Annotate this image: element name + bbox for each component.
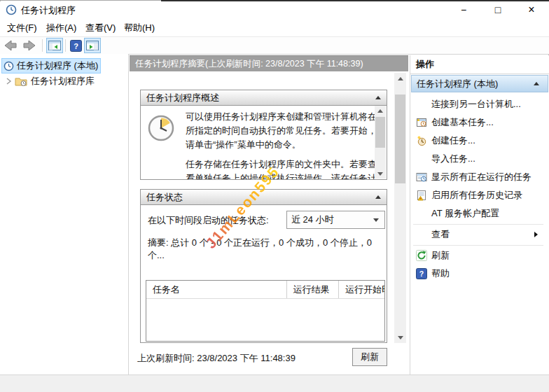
overview-paragraph-1: 可以使用任务计划程序来创建和管理计算机将在所指定的时间自动执行的常见任务。若要开… xyxy=(186,110,384,152)
action-item-help[interactable]: ? 帮助 xyxy=(413,265,548,283)
status-bar xyxy=(0,374,549,392)
column-header-run-result[interactable]: 运行结果 xyxy=(286,281,339,298)
menu-item-help[interactable]: 帮助(H) xyxy=(120,21,159,35)
expander-chevron-icon[interactable] xyxy=(4,76,13,86)
summary-header: 任务计划程序摘要(上次刷新时间: 23/8/2023 下午 11:48:39) xyxy=(130,55,408,71)
maximize-button[interactable]: □ xyxy=(486,3,510,17)
svg-text:?: ? xyxy=(74,41,78,50)
action-pane-icon xyxy=(86,40,99,51)
status-summary-line: 摘要: 总计 0 个 - 0 个正在运行，0 个成功，0 个停止，0 个... xyxy=(148,237,387,262)
period-value: 近 24 小时 xyxy=(291,214,334,225)
window-title: 任务计划程序 xyxy=(21,4,76,17)
refresh-button[interactable]: 刷新 xyxy=(352,348,387,366)
svg-text:?: ? xyxy=(419,270,424,278)
back-arrow-icon xyxy=(3,38,18,52)
overview-section-header[interactable]: 任务计划程序概述 xyxy=(140,90,387,106)
scroll-down-icon[interactable] xyxy=(394,332,406,343)
summary-panel: 任务计划程序摘要(上次刷新时间: 23/8/2023 下午 11:48:39) … xyxy=(130,55,408,374)
help-icon: ? xyxy=(413,268,431,279)
chevron-down-icon xyxy=(373,218,379,222)
last-refresh-text: 上次刷新时间: 23/8/2023 下午 11:48:39 xyxy=(137,352,296,365)
menu-item-action[interactable]: 操作(A) xyxy=(42,21,81,35)
menu-item-view[interactable]: 查看(V) xyxy=(81,21,120,35)
console-tree-icon xyxy=(48,40,61,51)
close-button[interactable]: × xyxy=(520,3,543,17)
basic-task-icon xyxy=(413,117,431,128)
forward-button[interactable] xyxy=(22,38,37,53)
actions-panel: 操作 任务计划程序 (本地) 连接到另一台计算机... 创建基本任务... xyxy=(410,55,549,374)
actions-panel-title: 操作 xyxy=(410,55,549,74)
action-item-refresh[interactable]: 刷新 xyxy=(413,246,548,265)
toolbar: ? xyxy=(0,37,549,55)
toolbar-separator xyxy=(65,39,66,52)
scroll-up-icon[interactable] xyxy=(394,73,406,84)
tree-item-label: 任务计划程序库 xyxy=(31,74,95,88)
overview-title: 任务计划程序概述 xyxy=(146,92,219,103)
overview-paragraph-2: 任务存储在任务计划程序库的文件夹中。若要查看单独任务上的操作或执行该操作，请在任… xyxy=(186,158,384,180)
running-tasks-icon xyxy=(413,172,431,183)
collapse-icon[interactable] xyxy=(375,195,381,199)
separator xyxy=(413,245,543,246)
no-icon xyxy=(413,153,431,164)
history-icon xyxy=(413,190,431,201)
task-status-section-header[interactable]: 任务状态 xyxy=(140,189,387,205)
action-item-create-task[interactable]: 创建任务... xyxy=(413,132,548,150)
column-header-run-start-time[interactable]: 运行开始时 xyxy=(338,281,384,298)
forward-arrow-icon xyxy=(22,38,37,52)
task-status-table: 任务名 运行结果 运行开始时 xyxy=(146,280,385,342)
separator xyxy=(413,224,543,225)
menu-bar: 文件(F) 操作(A) 查看(V) 帮助(H) xyxy=(0,18,549,37)
tree-item-task-scheduler-local[interactable]: 任务计划程序 (本地) xyxy=(1,58,101,74)
collapse-icon[interactable] xyxy=(375,96,381,99)
app-clock-icon xyxy=(6,4,17,15)
action-pane-toggle-button[interactable] xyxy=(84,38,101,53)
scrollbar-thumb[interactable] xyxy=(395,94,405,183)
no-icon xyxy=(413,229,431,240)
overview-scrollbar[interactable] xyxy=(375,106,386,178)
clock-icon xyxy=(4,61,14,71)
period-dropdown[interactable]: 近 24 小时 xyxy=(286,211,385,229)
tree-item-label: 任务计划程序 (本地) xyxy=(17,59,98,73)
console-tree-panel: 任务计划程序 (本地) 任务计划程序库 xyxy=(0,54,129,374)
create-task-icon xyxy=(413,135,431,146)
scroll-down-icon[interactable] xyxy=(375,169,386,178)
actions-group-header[interactable]: 任务计划程序 (本地) xyxy=(411,75,548,92)
toolbar-help-button[interactable]: ? xyxy=(68,38,83,53)
scrollbar-thumb[interactable] xyxy=(375,117,385,148)
refresh-icon xyxy=(413,250,431,261)
table-header-row: 任务名 运行结果 运行开始时 xyxy=(146,281,384,299)
task-status-title: 任务状态 xyxy=(146,192,183,202)
collapse-icon[interactable] xyxy=(534,82,539,85)
back-button[interactable] xyxy=(3,38,18,53)
task-library-folder-icon xyxy=(15,76,27,87)
action-item-import-task[interactable]: 导入任务... xyxy=(413,150,548,168)
overview-text: 可以使用任务计划程序来创建和管理计算机将在所指定的时间自动执行的常见任务。若要开… xyxy=(186,110,384,180)
minimize-button[interactable]: − xyxy=(452,3,475,17)
action-item-connect-computer[interactable]: 连接到另一台计算机... xyxy=(413,95,548,113)
period-label: 在以下时间段启动的任务状态: xyxy=(148,214,269,227)
summary-scrollbar[interactable] xyxy=(394,73,406,343)
no-icon xyxy=(413,99,431,110)
tree-item-task-scheduler-library[interactable]: 任务计划程序库 xyxy=(1,74,124,88)
console-tree-toggle-button[interactable] xyxy=(46,38,63,53)
task-status-section-body: 在以下时间段启动的任务状态: 近 24 小时 摘要: 总计 0 个 - 0 个正… xyxy=(140,205,387,343)
overview-section-body: 可以使用任务计划程序来创建和管理计算机将在所指定的时间自动执行的常见任务。若要开… xyxy=(140,106,387,180)
action-item-enable-task-history[interactable]: 启用所有任务历史记录 xyxy=(413,186,548,204)
submenu-arrow-icon xyxy=(534,232,538,237)
actions-group-title: 任务计划程序 (本地) xyxy=(417,78,498,89)
task-scheduler-window: 任务计划程序 − □ × 文件(F) 操作(A) 查看(V) 帮助(H) xyxy=(0,0,549,392)
no-icon xyxy=(413,208,431,219)
action-item-create-basic-task[interactable]: 创建基本任务... xyxy=(413,113,548,132)
action-item-at-service-account[interactable]: AT 服务帐户配置 xyxy=(413,204,548,223)
title-bar: 任务计划程序 − □ × xyxy=(0,1,549,18)
menu-item-file[interactable]: 文件(F) xyxy=(3,21,41,35)
overview-clock-icon xyxy=(147,114,175,144)
column-header-task-name[interactable]: 任务名 xyxy=(146,281,286,298)
action-item-show-running-tasks[interactable]: 显示所有正在运行的任务 xyxy=(413,168,548,186)
help-icon: ? xyxy=(70,40,82,52)
toolbar-separator xyxy=(42,39,43,52)
scroll-up-icon[interactable] xyxy=(375,106,386,115)
action-item-view[interactable]: 查看 xyxy=(413,225,548,244)
